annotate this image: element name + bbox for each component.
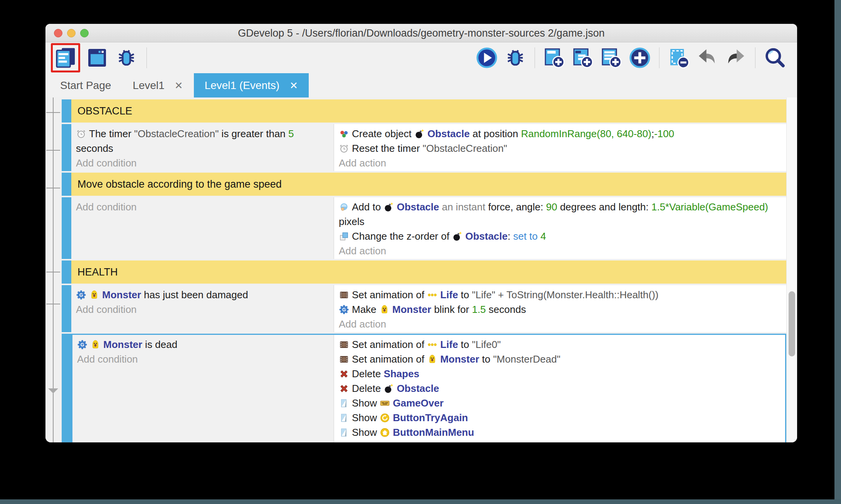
tab-label: Level1 (Events) [205, 79, 280, 92]
add-condition-link[interactable]: Add condition [77, 352, 328, 366]
event-drag-handle[interactable] [62, 260, 71, 284]
action-line[interactable]: Show ButtonMainMenu [339, 425, 780, 440]
toolbar-button-preview[interactable] [474, 45, 499, 70]
toolbar-button-add-subevent[interactable] [570, 45, 595, 70]
action-line[interactable]: Delete Obstacle [339, 381, 780, 396]
animation-icon [339, 290, 349, 300]
event-group-header[interactable]: HEALTH [71, 260, 786, 284]
toolbar-button-search[interactable] [762, 45, 787, 70]
scrollbar-thumb[interactable] [789, 291, 795, 356]
action-line[interactable]: Change the z-order of Obstacle: set to 4 [339, 229, 781, 244]
add-condition-link[interactable]: Add condition [76, 302, 328, 317]
scrollbar-track[interactable] [786, 97, 797, 442]
toolbar-button-delete-event[interactable] [666, 45, 691, 70]
expression-value: 90 [546, 201, 557, 213]
expression-value: 1.5 [472, 304, 486, 315]
event-group-header[interactable]: OBSTACLE [71, 99, 786, 123]
event-drag-handle[interactable] [62, 197, 71, 259]
actions-column: Set animation of Life to "Life0"Set anim… [334, 335, 785, 442]
toolbar-button-add-comment[interactable] [599, 45, 624, 70]
add-action-link[interactable]: Add action [339, 156, 781, 170]
toolbar-right-group [474, 42, 787, 73]
add-condition-link[interactable]: Add condition [76, 156, 328, 170]
action-line[interactable]: GMake Monster blink for 1.5 seconds [339, 302, 781, 317]
event-drag-handle[interactable] [62, 99, 71, 123]
zorder-icon [339, 231, 349, 242]
action-line[interactable]: Set animation of Life to "Life0" [339, 337, 780, 352]
tab-label: Level1 [133, 79, 165, 92]
event-row[interactable]: GMonster has just been damagedAdd condit… [71, 285, 786, 332]
label-text: Delete [352, 368, 383, 380]
event-drag-handle[interactable] [62, 334, 71, 442]
bomb-icon [383, 383, 394, 394]
add-action-link[interactable]: Add action [339, 440, 780, 442]
add-action-link[interactable]: Add action [339, 317, 781, 331]
action-line[interactable]: Show ButtonTryAgain [339, 410, 780, 425]
timer-icon [76, 129, 86, 139]
condition-line[interactable]: The timer "ObstacleCreation" is greater … [76, 126, 328, 156]
delete-event-icon [668, 47, 690, 69]
label-text: Show [352, 412, 380, 423]
action-line[interactable]: Set animation of Monster to "MonsterDead… [339, 352, 780, 366]
add-action-link[interactable]: Add action [339, 244, 781, 258]
label-text: to [458, 339, 472, 350]
object-name: Life [440, 289, 458, 301]
label-text: pixels [339, 216, 364, 227]
animation-icon [339, 354, 349, 365]
toolbar-button-debugger[interactable] [114, 45, 139, 70]
event-group-header[interactable]: Move obstacle according to the game spee… [71, 173, 786, 196]
tab-level1-events[interactable]: Level1 (Events)✕ [194, 73, 309, 97]
editor-tab-bar: Start PageLevel1✕Level1 (Events)✕ [45, 73, 797, 97]
string-literal: "ObstacleCreation" [423, 143, 507, 154]
event-row[interactable]: The timer "ObstacleCreation" is greater … [71, 124, 786, 171]
expression-value: -100 [654, 128, 674, 139]
toolbar-button-redo[interactable] [723, 45, 748, 70]
action-line[interactable]: Add to Obstacle an instant force, angle:… [339, 200, 781, 229]
toolbar-button-events-sheet[interactable] [54, 46, 77, 70]
toolbar-separator [755, 47, 755, 68]
conditions-column: GMonster has just been damagedAdd condit… [71, 285, 334, 332]
action-line[interactable]: Create object Obstacle at position Rando… [339, 126, 781, 141]
highlight-annotation [51, 43, 80, 72]
tab-level1[interactable]: Level1✕ [122, 73, 193, 97]
event-row[interactable]: GMonster is deadAdd conditionSet animati… [71, 334, 786, 442]
action-line[interactable]: Set animation of Life to "Life" + ToStri… [339, 287, 781, 302]
toolbar-button-add-more[interactable] [627, 45, 652, 70]
action-line[interactable]: Reset the timer "ObstacleCreation" [339, 141, 781, 156]
string-literal: "Life0" [472, 339, 501, 350]
actions-column: Set animation of Life to "Life" + ToStri… [334, 285, 786, 332]
event-block: GMonster has just been damagedAdd condit… [62, 285, 786, 332]
delete-icon [339, 383, 349, 394]
event-row[interactable]: Add conditionAdd to Obstacle an instant … [71, 197, 786, 259]
add-subevent-icon [572, 47, 594, 69]
add-event-icon [543, 47, 565, 69]
tab-close-icon[interactable]: ✕ [175, 81, 183, 91]
gdevelop-window: GDevelop 5 - /Users/florian/Downloads/ge… [45, 24, 797, 442]
event-drag-handle[interactable] [62, 285, 71, 332]
condition-line[interactable]: GMonster has just been damaged [76, 287, 328, 302]
bomb-icon [452, 231, 463, 242]
toolbar-button-scene-editor[interactable] [85, 45, 109, 70]
desktop-edge-bottom [0, 499, 841, 504]
toolbar-button-add-event[interactable] [542, 45, 567, 70]
object-name: Shapes [383, 368, 419, 380]
add-condition-link[interactable]: Add condition [76, 200, 328, 214]
action-line[interactable]: Delete Shapes [339, 366, 780, 381]
tab-close-icon[interactable]: ✕ [289, 81, 298, 91]
tab-start-page[interactable]: Start Page [49, 73, 122, 97]
label-text: Create object [352, 128, 414, 139]
condition-line[interactable]: GMonster is dead [77, 337, 328, 352]
scene-editor-icon [86, 47, 108, 69]
action-line[interactable]: Show GameOver [339, 396, 780, 410]
bomb-icon [383, 202, 394, 212]
toolbar-button-debug[interactable] [503, 45, 528, 70]
event-drag-handle[interactable] [62, 124, 71, 171]
label-text: force, angle: [488, 201, 546, 213]
conditions-column: The timer "ObstacleCreation" is greater … [71, 124, 334, 171]
label-text: blink for [431, 304, 472, 315]
label-text: The timer [89, 128, 134, 139]
toolbar-button-undo[interactable] [695, 45, 720, 70]
event-drag-handle[interactable] [62, 173, 71, 196]
show-icon [339, 398, 349, 408]
event-tree-tick [46, 272, 60, 272]
